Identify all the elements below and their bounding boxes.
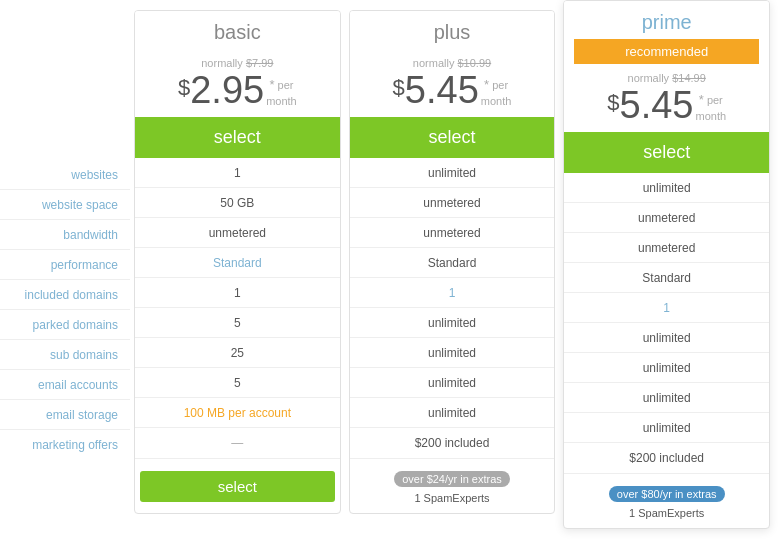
basic-email-storage: 100 MB per account [135, 398, 340, 428]
basic-website-space: 50 GB [135, 188, 340, 218]
label-parked-domains: parked domains [0, 310, 130, 340]
plus-email-storage: unlimited [350, 398, 555, 428]
basic-extras-area: select [135, 458, 340, 513]
prime-extras-badge: over $80/yr in extras [609, 486, 725, 502]
plus-original-price: $10.99 [458, 57, 492, 69]
plus-price-number: 5.45 [405, 71, 479, 109]
prime-website-space: unmetered [564, 203, 769, 233]
plus-plan-name: plus [360, 21, 545, 44]
features-column: websites website space bandwidth perform… [0, 0, 130, 460]
plus-websites: unlimited [350, 158, 555, 188]
plus-included-domains: 1 [350, 278, 555, 308]
basic-plan-name: basic [145, 21, 330, 44]
prime-extras-area: over $80/yr in extras 1 SpamExperts [564, 473, 769, 528]
plus-dollar: $ [393, 75, 405, 101]
prime-websites: unlimited [564, 173, 769, 203]
label-email-accounts: email accounts [0, 370, 130, 400]
basic-marketing-offers: — [135, 428, 340, 458]
plus-parked-domains: unlimited [350, 308, 555, 338]
prime-email-storage: unlimited [564, 413, 769, 443]
prime-original-price: $14.99 [672, 72, 706, 84]
plus-price-suffix: * permonth [481, 77, 512, 108]
prime-price-suffix: * permonth [696, 92, 727, 123]
plus-extras-area: over $24/yr in extras 1 SpamExperts [350, 458, 555, 513]
prime-parked-domains: unlimited [564, 323, 769, 353]
prime-select-button[interactable]: select [564, 132, 769, 173]
prime-price-main: $ 5.45 * permonth [579, 86, 754, 124]
plan-plus: plus normally $10.99 $ 5.45 * permonth s… [349, 10, 556, 514]
basic-sub-domains: 25 [135, 338, 340, 368]
plus-website-space: unmetered [350, 188, 555, 218]
label-marketing-offers: marketing offers [0, 430, 130, 460]
basic-price-suffix: * permonth [266, 77, 297, 108]
plus-spam-experts: 1 SpamExperts [414, 492, 489, 504]
basic-header: basic normally $7.99 $ 2.95 * permonth [135, 11, 340, 117]
basic-performance: Standard [135, 248, 340, 278]
prime-plan-name: prime [574, 11, 759, 34]
plus-sub-domains: unlimited [350, 338, 555, 368]
plan-prime: prime recommended normally $14.99 $ 5.45… [563, 0, 770, 529]
prime-marketing-offers: $200 included [564, 443, 769, 473]
plus-header: plus normally $10.99 $ 5.45 * permonth [350, 11, 555, 117]
basic-normally: normally $7.99 [150, 57, 325, 69]
plus-email-accounts: unlimited [350, 368, 555, 398]
plus-normally: normally $10.99 [365, 57, 540, 69]
label-email-storage: email storage [0, 400, 130, 430]
label-bandwidth: bandwidth [0, 220, 130, 250]
plus-price-area: normally $10.99 $ 5.45 * permonth [360, 49, 545, 117]
plus-features: unlimited unmetered unmetered Standard 1… [350, 158, 555, 458]
recommended-badge: recommended [574, 39, 759, 64]
basic-select-button[interactable]: select [135, 117, 340, 158]
prime-price-area: normally $14.99 $ 5.45 * permonth [574, 64, 759, 132]
prime-price-number: 5.45 [620, 86, 694, 124]
prime-included-domains: 1 [564, 293, 769, 323]
prime-email-accounts: unlimited [564, 383, 769, 413]
basic-included-domains: 1 [135, 278, 340, 308]
basic-dollar: $ [178, 75, 190, 101]
label-performance: performance [0, 250, 130, 280]
label-sub-domains: sub domains [0, 340, 130, 370]
prime-spam-experts: 1 SpamExperts [629, 507, 704, 519]
basic-websites: 1 [135, 158, 340, 188]
prime-dollar: $ [607, 90, 619, 116]
prime-features: unlimited unmetered unmetered Standard 1… [564, 173, 769, 473]
plus-marketing-offers: $200 included [350, 428, 555, 458]
plan-basic: basic normally $7.99 $ 2.95 * permonth s… [134, 10, 341, 514]
label-website-space: website space [0, 190, 130, 220]
prime-bandwidth: unmetered [564, 233, 769, 263]
plus-price-main: $ 5.45 * permonth [365, 71, 540, 109]
plus-bandwidth: unmetered [350, 218, 555, 248]
plus-extras-badge: over $24/yr in extras [394, 471, 510, 487]
label-included-domains: included domains [0, 280, 130, 310]
basic-select-bottom-button[interactable]: select [140, 471, 335, 502]
basic-price-number: 2.95 [190, 71, 264, 109]
plus-select-button[interactable]: select [350, 117, 555, 158]
basic-price-area: normally $7.99 $ 2.95 * permonth [145, 49, 330, 117]
label-websites: websites [0, 160, 130, 190]
basic-features: 1 50 GB unmetered Standard 1 5 25 5 100 … [135, 158, 340, 458]
plus-performance: Standard [350, 248, 555, 278]
basic-email-accounts: 5 [135, 368, 340, 398]
prime-sub-domains: unlimited [564, 353, 769, 383]
basic-parked-domains: 5 [135, 308, 340, 338]
prime-normally: normally $14.99 [579, 72, 754, 84]
basic-original-price: $7.99 [246, 57, 274, 69]
prime-performance: Standard [564, 263, 769, 293]
prime-header: prime recommended normally $14.99 $ 5.45… [564, 1, 769, 132]
basic-price-main: $ 2.95 * permonth [150, 71, 325, 109]
basic-bandwidth: unmetered [135, 218, 340, 248]
